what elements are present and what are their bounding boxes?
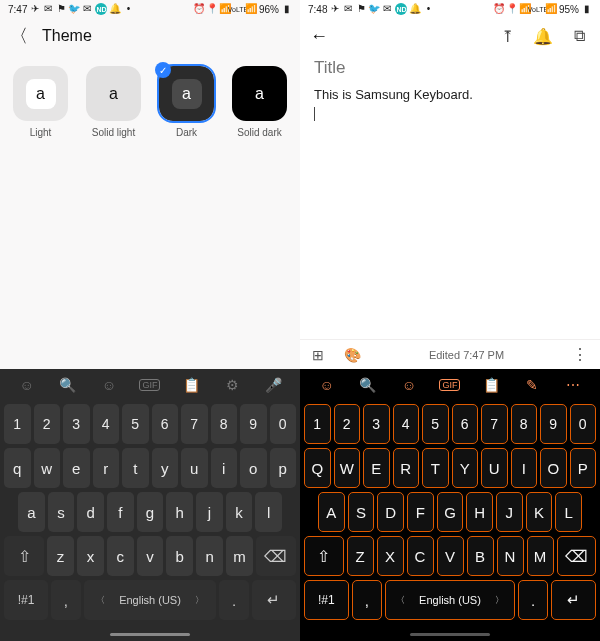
- key-3[interactable]: 3: [363, 404, 390, 444]
- note-body[interactable]: This is Samsung Keyboard.: [314, 86, 586, 122]
- more-icon[interactable]: ⋯: [563, 375, 583, 395]
- key-i[interactable]: I: [511, 448, 538, 488]
- key-b[interactable]: B: [467, 536, 494, 576]
- key-u[interactable]: u: [181, 448, 208, 488]
- more-button[interactable]: ⋮: [572, 345, 588, 364]
- note-editor[interactable]: This is Samsung Keyboard.: [300, 54, 600, 339]
- key-w[interactable]: w: [34, 448, 61, 488]
- key-t[interactable]: T: [422, 448, 449, 488]
- search-icon[interactable]: 🔍: [358, 375, 378, 395]
- key-4[interactable]: 4: [93, 404, 120, 444]
- emoji-icon[interactable]: ☺: [317, 375, 337, 395]
- key-q[interactable]: q: [4, 448, 31, 488]
- key-y[interactable]: y: [152, 448, 179, 488]
- mic-icon[interactable]: 🎤: [263, 375, 283, 395]
- key-e[interactable]: e: [63, 448, 90, 488]
- search-icon[interactable]: 🔍: [58, 375, 78, 395]
- comma-key[interactable]: ,: [51, 580, 80, 620]
- key-r[interactable]: r: [93, 448, 120, 488]
- period-key[interactable]: .: [518, 580, 548, 620]
- reminder-button[interactable]: 🔔: [532, 27, 554, 46]
- pin-button[interactable]: ⤒: [496, 27, 518, 46]
- backspace-key[interactable]: ⌫: [256, 536, 296, 576]
- spacebar-key[interactable]: 〈 English (US) 〉: [84, 580, 217, 620]
- key-h[interactable]: H: [466, 492, 493, 532]
- spacebar-key[interactable]: 〈 English (US) 〉: [385, 580, 515, 620]
- key-e[interactable]: E: [363, 448, 390, 488]
- key-7[interactable]: 7: [481, 404, 508, 444]
- key-l[interactable]: L: [555, 492, 582, 532]
- back-button[interactable]: 〈: [10, 24, 28, 48]
- key-3[interactable]: 3: [63, 404, 90, 444]
- symbols-key[interactable]: !#1: [304, 580, 349, 620]
- key-2[interactable]: 2: [34, 404, 61, 444]
- key-8[interactable]: 8: [211, 404, 238, 444]
- key-5[interactable]: 5: [422, 404, 449, 444]
- key-6[interactable]: 6: [452, 404, 479, 444]
- key-k[interactable]: k: [226, 492, 253, 532]
- key-d[interactable]: d: [77, 492, 104, 532]
- shift-key[interactable]: ⇧: [4, 536, 44, 576]
- key-v[interactable]: V: [437, 536, 464, 576]
- key-u[interactable]: U: [481, 448, 508, 488]
- key-9[interactable]: 9: [240, 404, 267, 444]
- key-p[interactable]: P: [570, 448, 597, 488]
- theme-option-solid-light[interactable]: a Solid light: [80, 66, 148, 138]
- key-5[interactable]: 5: [122, 404, 149, 444]
- key-4[interactable]: 4: [393, 404, 420, 444]
- gesture-bar[interactable]: [0, 627, 300, 641]
- key-s[interactable]: S: [348, 492, 375, 532]
- gif-icon[interactable]: GIF: [440, 375, 460, 395]
- key-8[interactable]: 8: [511, 404, 538, 444]
- key-w[interactable]: W: [334, 448, 361, 488]
- key-m[interactable]: m: [226, 536, 253, 576]
- key-f[interactable]: f: [107, 492, 134, 532]
- palette-button[interactable]: 🎨: [344, 347, 361, 363]
- period-key[interactable]: .: [219, 580, 248, 620]
- key-j[interactable]: J: [496, 492, 523, 532]
- key-k[interactable]: K: [526, 492, 553, 532]
- key-p[interactable]: p: [270, 448, 297, 488]
- key-z[interactable]: Z: [347, 536, 374, 576]
- clipboard-icon[interactable]: 📋: [481, 375, 501, 395]
- key-y[interactable]: Y: [452, 448, 479, 488]
- key-l[interactable]: l: [255, 492, 282, 532]
- key-d[interactable]: D: [377, 492, 404, 532]
- gesture-bar[interactable]: [300, 627, 600, 641]
- theme-option-dark[interactable]: ✓ a Dark: [153, 66, 221, 138]
- key-a[interactable]: a: [18, 492, 45, 532]
- key-t[interactable]: t: [122, 448, 149, 488]
- clipboard-icon[interactable]: 📋: [181, 375, 201, 395]
- key-n[interactable]: n: [196, 536, 223, 576]
- key-q[interactable]: Q: [304, 448, 331, 488]
- key-r[interactable]: R: [393, 448, 420, 488]
- key-h[interactable]: h: [166, 492, 193, 532]
- note-title-input[interactable]: [314, 58, 586, 78]
- key-6[interactable]: 6: [152, 404, 179, 444]
- key-7[interactable]: 7: [181, 404, 208, 444]
- sticker-icon[interactable]: ☺: [399, 375, 419, 395]
- emoji-icon[interactable]: ☺: [17, 375, 37, 395]
- key-c[interactable]: C: [407, 536, 434, 576]
- gif-icon[interactable]: GIF: [140, 375, 160, 395]
- key-a[interactable]: A: [318, 492, 345, 532]
- key-f[interactable]: F: [407, 492, 434, 532]
- comma-key[interactable]: ,: [352, 580, 382, 620]
- key-j[interactable]: j: [196, 492, 223, 532]
- back-button[interactable]: ←: [310, 26, 328, 47]
- key-g[interactable]: g: [137, 492, 164, 532]
- key-9[interactable]: 9: [540, 404, 567, 444]
- key-v[interactable]: v: [137, 536, 164, 576]
- key-o[interactable]: O: [540, 448, 567, 488]
- key-m[interactable]: M: [527, 536, 554, 576]
- key-o[interactable]: o: [240, 448, 267, 488]
- key-n[interactable]: N: [497, 536, 524, 576]
- key-0[interactable]: 0: [570, 404, 597, 444]
- key-1[interactable]: 1: [4, 404, 31, 444]
- key-s[interactable]: s: [48, 492, 75, 532]
- settings-icon[interactable]: ⚙: [222, 375, 242, 395]
- shift-key[interactable]: ⇧: [304, 536, 344, 576]
- enter-key[interactable]: ↵: [551, 580, 596, 620]
- key-2[interactable]: 2: [334, 404, 361, 444]
- key-x[interactable]: x: [77, 536, 104, 576]
